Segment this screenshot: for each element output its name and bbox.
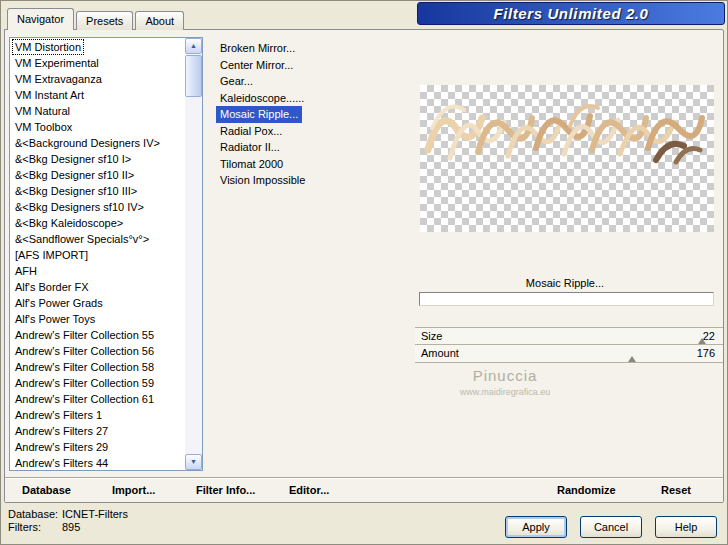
status-filters-value: 895 xyxy=(62,521,80,533)
filter-item[interactable]: Radial Pox... xyxy=(216,123,286,140)
tab-bar: NavigatorPresetsAbout xyxy=(7,8,186,30)
filter-item[interactable]: Mosaic Ripple... xyxy=(216,106,302,123)
category-item[interactable]: Alf's Power Grads xyxy=(12,295,106,311)
filter-item[interactable]: Tilomat 2000 xyxy=(216,156,287,173)
category-item[interactable]: Andrew's Filter Collection 58 xyxy=(12,359,157,375)
category-scrollbar[interactable]: ▲ ▼ xyxy=(185,38,202,470)
category-item[interactable]: &<Bkg Designer sf10 I> xyxy=(12,151,134,167)
category-item[interactable]: Andrew's Filter Collection 56 xyxy=(12,343,157,359)
param-name: Amount xyxy=(421,345,459,362)
cancel-button[interactable]: Cancel xyxy=(580,516,642,538)
scrollbar-thumb[interactable] xyxy=(185,55,202,97)
filter-list: Broken Mirror...Center Mirror...Gear...K… xyxy=(216,40,408,189)
title-banner: Filters Unlimited 2.0 xyxy=(417,2,725,25)
tab[interactable]: About xyxy=(135,11,184,30)
apply-button[interactable]: Apply xyxy=(505,516,567,538)
category-items: VM DistortionVM ExperimentalVM Extravaga… xyxy=(11,39,185,469)
parameter-sliders: Size 22 Amount 176 xyxy=(415,327,723,363)
category-item[interactable]: Alf's Power Toys xyxy=(12,311,98,327)
selected-filter-label: Mosaic Ripple... xyxy=(415,277,715,289)
category-listbox[interactable]: VM DistortionVM ExperimentalVM Extravaga… xyxy=(9,37,203,471)
filter-item[interactable]: Gear... xyxy=(216,73,257,90)
status-database-label: Database: xyxy=(8,508,58,520)
param-name: Size xyxy=(421,328,442,345)
watermark: Pinuccia www.maidiregrafica.eu xyxy=(438,367,572,397)
category-item[interactable]: VM Extravaganza xyxy=(12,71,105,87)
watermark-name: Pinuccia xyxy=(438,367,572,384)
scroll-up-icon[interactable]: ▲ xyxy=(185,38,202,54)
status-filters-label: Filters: xyxy=(8,521,41,533)
watermark-url: www.maidiregrafica.eu xyxy=(438,387,572,397)
database-button[interactable]: Database xyxy=(20,479,73,502)
filter-info-button[interactable]: Filter Info... xyxy=(194,479,257,502)
reset-button[interactable]: Reset xyxy=(659,479,693,502)
import-button[interactable]: Import... xyxy=(110,479,157,502)
category-item[interactable]: VM Instant Art xyxy=(12,87,87,103)
preview-area xyxy=(420,85,714,232)
filter-item[interactable]: Vision Impossible xyxy=(216,172,309,189)
filter-item[interactable]: Radiator II... xyxy=(216,139,284,156)
category-item[interactable]: Andrew's Filters 1 xyxy=(12,407,105,423)
slider-thumb-icon[interactable] xyxy=(698,338,706,344)
category-item[interactable]: Alf's Border FX xyxy=(12,279,92,295)
status-filters: Filters: 895 xyxy=(0,521,300,534)
slider-thumb-icon[interactable] xyxy=(628,356,636,362)
category-item[interactable]: Andrew's Filters 27 xyxy=(12,423,111,439)
filters-unlimited-window: Filters Unlimited 2.0 NavigatorPresetsAb… xyxy=(0,0,728,545)
category-item[interactable]: &<Bkg Designer sf10 III> xyxy=(12,183,140,199)
filter-item[interactable]: Broken Mirror... xyxy=(216,40,299,57)
editor-button[interactable]: Editor... xyxy=(287,479,331,502)
category-item[interactable]: Andrew's Filter Collection 55 xyxy=(12,327,157,343)
category-item[interactable]: &<Bkg Designer sf10 II> xyxy=(12,167,137,183)
slider-size[interactable]: Size 22 xyxy=(415,327,723,345)
category-item[interactable]: &<Background Designers IV> xyxy=(12,135,163,151)
filter-item[interactable]: Center Mirror... xyxy=(216,57,297,74)
category-item[interactable]: VM Toolbox xyxy=(12,119,75,135)
category-item[interactable]: Andrew's Filters 29 xyxy=(12,439,111,455)
category-item[interactable]: Andrew's Filter Collection 61 xyxy=(12,391,157,407)
randomize-button[interactable]: Randomize xyxy=(555,479,618,502)
category-item[interactable]: VM Distortion xyxy=(12,39,84,55)
scroll-down-icon[interactable]: ▼ xyxy=(185,454,202,470)
tab[interactable]: Presets xyxy=(76,11,133,30)
tab[interactable]: Navigator xyxy=(7,8,74,30)
category-item[interactable]: Andrew's Filters 44 xyxy=(12,455,111,469)
preview-image xyxy=(420,88,714,170)
category-item[interactable]: &<Sandflower Specials°v°> xyxy=(12,231,152,247)
category-item[interactable]: VM Natural xyxy=(12,103,73,119)
category-item[interactable]: VM Experimental xyxy=(12,55,102,71)
bottom-toolbar: Database Import... Filter Info... Editor… xyxy=(5,477,723,502)
param-value: 176 xyxy=(697,345,715,362)
slider-amount[interactable]: Amount 176 xyxy=(415,345,723,363)
category-item[interactable]: [AFS IMPORT] xyxy=(12,247,91,263)
help-button[interactable]: Help xyxy=(655,516,717,538)
category-item[interactable]: &<Bkg Kaleidoscope> xyxy=(12,215,126,231)
progress-bar xyxy=(419,292,714,306)
category-item[interactable]: AFH xyxy=(12,263,40,279)
window-title: Filters Unlimited 2.0 xyxy=(493,5,648,22)
category-item[interactable]: &<Bkg Designers sf10 IV> xyxy=(12,199,147,215)
status-database: Database: ICNET-Filters xyxy=(0,508,300,521)
category-item[interactable]: Andrew's Filter Collection 59 xyxy=(12,375,157,391)
filter-item[interactable]: Kaleidoscope...... xyxy=(216,90,308,107)
status-database-value: ICNET-Filters xyxy=(62,508,128,520)
